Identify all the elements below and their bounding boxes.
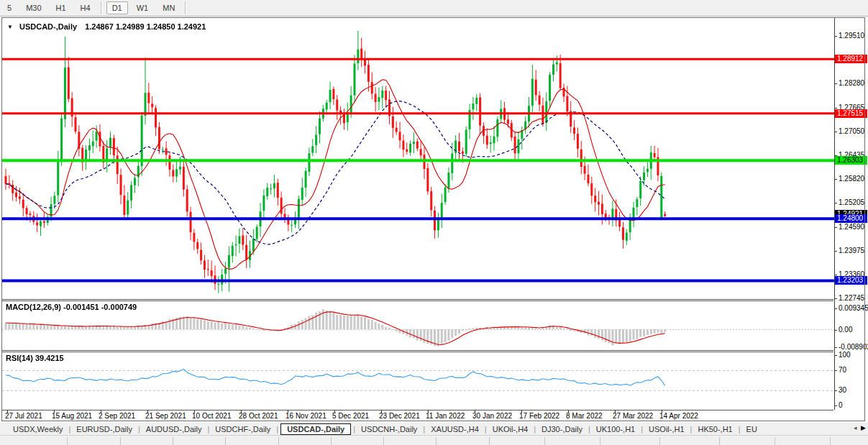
x-axis-tick-mark [7,410,8,413]
x-axis-tick-mark [334,410,335,413]
y-axis-price-label: 1.22745 [839,294,864,302]
status-bar-cell-divider [67,437,68,445]
chart-tab-usdx-weekly[interactable]: USDX,Weekly [9,425,66,433]
tab-scroll-left-icon[interactable]: ◂ [854,424,857,431]
y-axis-tick-mark [834,203,837,203]
rsi-axis-label: 100 [839,351,851,359]
x-axis-date-label: 30 Jan 2022 [472,412,512,420]
y-axis-price-label: 1.28280 [839,79,864,87]
price-level-label-1.28912: 1.28912 [835,55,867,63]
chart-tab-xauusd-h4[interactable]: XAUUSD-,H4 [427,425,483,433]
y-axis-tick-mark [834,251,837,252]
chart-tab-eu[interactable]: EU [743,425,761,433]
x-axis-date-label: 5 Dec 2021 [332,412,369,420]
chart-tab-usdcnh-daily[interactable]: USDCNH-,Daily [357,425,421,433]
y-axis-tick-mark [834,179,837,180]
y-axis-tick-mark [834,275,837,275]
x-axis-tick-mark [475,410,475,413]
price-chart-canvas[interactable] [2,18,834,300]
x-axis-date-label: 11 Jan 2022 [426,412,465,420]
chart-tab-hk50-h1[interactable]: HK50-,H1 [694,425,736,433]
status-bar-cell-divider [120,437,121,445]
rsi-axis-label: 30 [839,386,846,394]
status-bar-cell-divider [173,437,173,445]
timeframe-separator [101,1,102,14]
status-bar-cell-divider [775,437,775,445]
tab-separator: | [534,425,536,433]
macd-label: MACD(12,26,9) -0.001451 -0.000749 [6,303,137,311]
rsi-axis-tick-mark [834,390,837,391]
status-bar-cell-divider [544,437,545,445]
y-axis-price-label: 1.27050 [839,127,864,135]
x-axis-date-label: 21 Sep 2021 [145,412,186,420]
timeframe-button-H4[interactable]: H4 [75,1,96,14]
chart-menu-icon[interactable]: ▼ [7,24,13,30]
x-axis-date-label: 27 Jul 2021 [5,412,42,420]
x-axis-tick-mark [662,410,662,413]
tab-scroll-arrows: ◂ ▶ [851,424,866,431]
y-axis-tick-mark [834,227,837,228]
macd-axis-label: -0.008902 [839,343,868,351]
timeframe-button-MN[interactable]: MN [157,1,181,14]
x-axis-date-label: 8 Mar 2022 [566,412,603,420]
timeframe-button-M30[interactable]: M30 [20,1,47,14]
x-axis-date-label: 17 Feb 2022 [519,412,559,420]
y-axis-price-label: 1.24590 [839,223,864,231]
x-axis-tick-mark [241,410,242,413]
y-axis-tick-mark [834,108,837,109]
y-axis-price-label: 1.25205 [839,198,864,206]
x-axis-date-label: 2 Sep 2021 [99,412,135,420]
x-axis-date-label: 23 Dec 2021 [379,412,420,420]
x-axis-tick-mark [381,410,382,413]
y-axis-tick-mark [834,132,837,132]
status-bar-cell-divider [600,437,600,445]
chart-tab-ukoil-h4[interactable]: UKOil-,H4 [489,425,532,433]
chart-tab-usoil-h1[interactable]: USOil-,H1 [645,425,688,433]
chart-tab-audusd-daily[interactable]: AUDUSD-,Daily [142,425,206,433]
chart-tab-dj30-daily[interactable]: DJ30-,Daily [538,425,586,433]
status-bar-cell-divider [383,437,384,445]
price-level-label-1.23203: 1.23203 [835,276,867,285]
panel-separator[interactable] [2,299,833,300]
panel-separator [2,352,833,352]
rsi-indicator-canvas[interactable] [2,352,834,410]
x-axis-tick-mark [54,410,55,413]
chart-tab-eurusd-daily[interactable]: EURUSD-,Daily [73,425,136,433]
y-axis-tick-mark [834,36,837,37]
x-axis-tick-mark [147,410,148,413]
chart-tab-usdchf-daily[interactable]: USDCHF-,Daily [211,425,274,433]
status-bar-cell-divider [489,437,490,445]
timeframe-button-5[interactable]: 5 [1,1,17,14]
y-axis-price-label: 1.23975 [839,247,864,254]
y-axis-tick-mark [834,83,837,84]
x-axis-tick-mark [428,410,429,413]
y-axis-price-label: 1.25820 [839,175,864,183]
x-axis-tick-mark [101,410,101,413]
rsi-axis-tick-mark [834,355,837,356]
tab-scroll-right-icon[interactable]: ▶ [861,424,866,431]
x-axis-tick-mark [568,410,569,413]
panel-separator[interactable] [2,350,833,351]
x-axis-tick-mark [615,410,616,413]
chart-tab-usdcad-daily[interactable]: USDCAD-,Daily [280,423,351,435]
tab-separator: | [276,425,278,433]
rsi-axis-label: 0 [839,401,843,409]
tab-separator: | [485,425,487,433]
timeframe-toolbar: 5M30H1H4D1W1MN [0,0,868,17]
x-axis-date-label: 16 Nov 2021 [285,412,326,420]
timeframe-button-W1[interactable]: W1 [131,1,155,14]
status-bar-cell-divider [278,437,279,445]
chart-title: ▼ USDCAD-,Daily 1.24867 1.24989 1.24850 … [7,22,206,31]
timeframe-button-D1[interactable]: D1 [106,1,128,14]
macd-axis-tick-mark [834,308,837,309]
timeframe-button-H1[interactable]: H1 [50,1,72,14]
tab-separator: | [690,425,693,433]
price-level-label-1.24800: 1.24800 [835,214,867,223]
chart-tab-uk100-h1[interactable]: UK100-,H1 [593,425,639,433]
x-axis-tick-mark [288,410,288,413]
rsi-axis-tick-mark [834,370,837,371]
status-bar-cell-divider [225,437,226,445]
rsi-axis-tick-mark [834,405,837,406]
x-axis-line [2,410,833,410]
tab-separator: | [138,425,140,433]
